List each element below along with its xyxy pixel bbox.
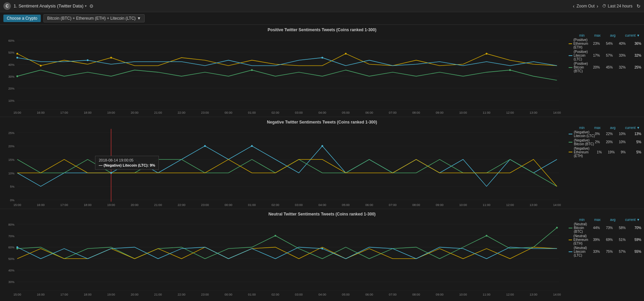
svg-text:20:00: 20:00 (131, 111, 139, 114)
svg-text:19:00: 19:00 (107, 293, 115, 297)
positive-chart-section: Positive Twitter Sentiments Tweets (Coin… (0, 25, 644, 117)
svg-point-45 (16, 75, 18, 77)
svg-text:20:00: 20:00 (131, 293, 139, 297)
svg-text:02:00: 02:00 (272, 293, 279, 297)
svg-text:23:00: 23:00 (201, 293, 209, 297)
svg-text:19:00: 19:00 (107, 111, 115, 114)
svg-point-42 (16, 57, 18, 58)
svg-text:10:00: 10:00 (459, 293, 467, 297)
svg-text:07:00: 07:00 (389, 293, 397, 297)
zoom-prev-button[interactable]: ‹ (573, 3, 575, 9)
top-nav: C 1. Sentiment Analysis (Twitter Data) ▾… (0, 0, 644, 12)
svg-text:20%: 20% (8, 144, 15, 148)
settings-button[interactable]: ⚙ (89, 3, 94, 9)
svg-text:06:00: 06:00 (365, 111, 373, 114)
eth-pos-line-icon (569, 43, 572, 44)
svg-text:10%: 10% (8, 98, 15, 102)
btc-neg-line-icon (569, 142, 572, 143)
svg-point-47 (509, 69, 511, 71)
svg-text:06:00: 06:00 (365, 203, 373, 207)
crypto-selection-dropdown[interactable]: Bitcoin (BTC) + Ethereum (ETH) + Litecoi… (43, 14, 145, 22)
svg-point-40 (345, 53, 347, 54)
svg-text:03:00: 03:00 (295, 111, 303, 114)
svg-text:15:00: 15:00 (13, 111, 21, 114)
svg-text:21:00: 21:00 (154, 293, 162, 297)
neutral-chart-svg: 80% 70% 60% 50% 40% 30% 15:00 16:00 17:0… (0, 217, 566, 301)
negative-chart-area: 25% 20% 15% 10% 5% 0% 15:00 16:00 17:00 … (0, 125, 566, 209)
positive-legend-header: min max avg current ▼ (569, 34, 641, 37)
negative-legend: min max avg current ▼ (Negative) Litecoi… (566, 125, 644, 209)
svg-text:40%: 40% (8, 62, 15, 66)
nav-right: ‹ Zoom Out › ⏱ Last 24 hours ↻ (573, 3, 641, 9)
svg-text:13:00: 13:00 (530, 293, 537, 297)
svg-point-41 (486, 53, 487, 54)
svg-text:05:00: 05:00 (342, 111, 350, 114)
neutral-legend: min max avg current ▼ (Neutral) Bitcoin … (566, 217, 644, 301)
svg-text:06:00: 06:00 (365, 293, 373, 297)
svg-text:25%: 25% (8, 131, 15, 134)
svg-text:07:00: 07:00 (389, 203, 397, 207)
zoom-next-button[interactable]: › (597, 3, 599, 9)
svg-point-46 (251, 69, 253, 71)
svg-text:22:00: 22:00 (178, 111, 185, 114)
svg-text:12:00: 12:00 (506, 111, 514, 114)
svg-text:15:00: 15:00 (13, 293, 21, 297)
negative-chart-svg: 25% 20% 15% 10% 5% 0% 15:00 16:00 17:00 … (0, 125, 566, 209)
negative-chart-title: Negative Twitter Sentiments Tweets (Coin… (0, 117, 644, 125)
svg-text:11:00: 11:00 (483, 203, 491, 207)
refresh-button[interactable]: ↻ (637, 3, 641, 9)
svg-text:11:00: 11:00 (483, 111, 491, 114)
svg-text:04:00: 04:00 (318, 111, 326, 114)
svg-text:12:00: 12:00 (506, 293, 514, 297)
positive-chart-area: 60% 50% 40% 30% 20% 10% 15:00 16:00 17:0… (0, 33, 566, 117)
svg-text:00:00: 00:00 (224, 203, 232, 207)
svg-text:23:00: 23:00 (201, 111, 209, 114)
svg-text:13:00: 13:00 (530, 111, 537, 114)
svg-text:30%: 30% (8, 281, 14, 284)
svg-text:19:00: 19:00 (107, 203, 115, 207)
negative-chart-section: Negative Twitter Sentiments Tweets (Coin… (0, 117, 644, 209)
svg-text:10:00: 10:00 (459, 203, 467, 207)
svg-text:60%: 60% (8, 39, 15, 42)
svg-text:08:00: 08:00 (412, 293, 420, 297)
svg-text:23:00: 23:00 (201, 203, 209, 207)
svg-point-131 (321, 248, 323, 249)
svg-text:16:00: 16:00 (37, 203, 45, 207)
svg-text:04:00: 04:00 (318, 293, 326, 297)
svg-text:18:00: 18:00 (84, 203, 92, 207)
dropdown-arrow-icon: ▼ (137, 16, 141, 21)
svg-point-127 (275, 235, 276, 237)
svg-text:14:00: 14:00 (553, 203, 561, 207)
choose-crypto-button[interactable]: Choose a Crypto (3, 15, 41, 22)
negative-chart-body: 25% 20% 15% 10% 5% 0% 15:00 16:00 17:00 … (0, 125, 644, 209)
svg-text:21:00: 21:00 (154, 203, 162, 207)
svg-text:04:00: 04:00 (318, 203, 326, 207)
svg-text:11:00: 11:00 (483, 293, 491, 297)
svg-point-128 (486, 235, 487, 237)
svg-text:20:00: 20:00 (131, 203, 139, 207)
svg-text:21:00: 21:00 (154, 111, 162, 114)
negative-legend-header: min max avg current ▼ (569, 126, 641, 130)
svg-text:00:00: 00:00 (224, 111, 232, 114)
time-range: ⏱ Last 24 hours (602, 4, 632, 8)
svg-text:05:00: 05:00 (342, 293, 350, 297)
svg-text:14:00: 14:00 (553, 111, 561, 114)
svg-text:09:00: 09:00 (436, 203, 444, 207)
crypto-selection-label: Bitcoin (BTC) + Ethereum (ETH) + Litecoi… (47, 16, 136, 21)
svg-text:05:00: 05:00 (342, 203, 350, 207)
svg-point-87 (321, 145, 323, 147)
svg-text:12:00: 12:00 (506, 203, 514, 207)
svg-text:01:00: 01:00 (248, 111, 256, 114)
svg-point-43 (87, 59, 89, 61)
svg-point-37 (16, 53, 18, 54)
svg-text:09:00: 09:00 (436, 111, 444, 114)
legend-item-btc-neu: (Neutral) Bitcoin (BTC) 44% 73% 58% 70% (569, 222, 641, 233)
btc-pos-line-icon (569, 67, 572, 68)
svg-text:15:00: 15:00 (13, 203, 21, 207)
svg-text:80%: 80% (8, 223, 14, 226)
legend-item-ltc-neu: (Neutral) Litecoin (LTC) 33% 75% 57% 55% (569, 246, 641, 257)
neutral-chart-body: 80% 70% 60% 50% 40% 30% 15:00 16:00 17:0… (0, 217, 644, 301)
svg-point-129 (556, 227, 558, 229)
title-dropdown-icon[interactable]: ▾ (85, 4, 87, 8)
svg-text:02:00: 02:00 (272, 203, 279, 207)
